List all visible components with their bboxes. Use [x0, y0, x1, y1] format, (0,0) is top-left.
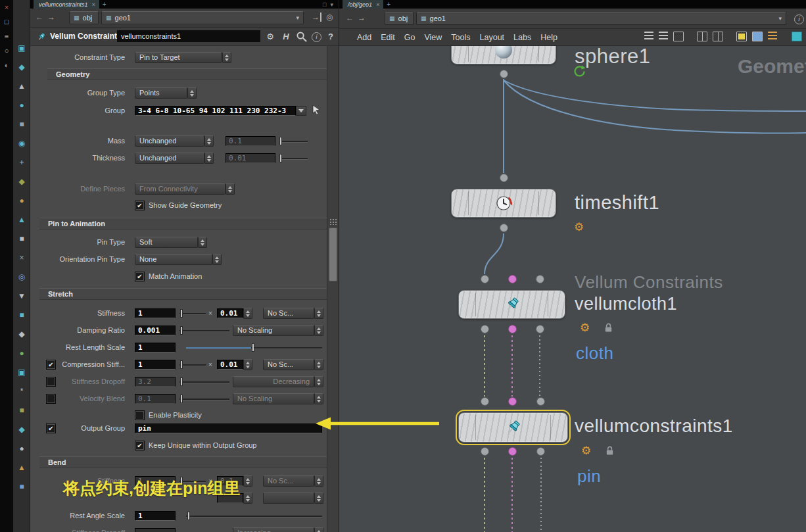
output-connector[interactable]: [481, 447, 489, 456]
back-icon[interactable]: ←: [346, 13, 354, 22]
reselect-arrow-icon[interactable]: [312, 105, 322, 116]
slider-handle[interactable]: [252, 343, 254, 352]
bend-extra-spinner[interactable]: [243, 493, 252, 504]
output-connector-constraints[interactable]: [508, 325, 517, 333]
mass-mode-dropdown[interactable]: Unchanged: [135, 135, 204, 147]
panel-maximize-icon[interactable]: □: [323, 1, 326, 8]
output-connector[interactable]: [500, 70, 508, 78]
search-icon[interactable]: [296, 31, 308, 43]
tool-icon[interactable]: ◉: [13, 133, 30, 153]
mass-mode-spinner[interactable]: [204, 135, 214, 147]
grid-view-icon[interactable]: [697, 32, 707, 41]
group-dropdown-button[interactable]: [296, 106, 306, 116]
slider-handle[interactable]: [180, 360, 183, 369]
tool-icon[interactable]: ●: [13, 439, 30, 458]
rest-length-slider[interactable]: [186, 343, 322, 352]
group-field[interactable]: 3-4 6-8 10-65 94 102 111 230 232-3: [135, 106, 296, 116]
forward-icon[interactable]: →: [47, 12, 55, 22]
compression-field[interactable]: 1: [135, 360, 176, 370]
bend-dropoff-dropdown[interactable]: Increasing: [233, 527, 314, 532]
constraint-type-dropdown[interactable]: Pin to Target: [135, 52, 222, 63]
bend-dropoff-slider[interactable]: [179, 528, 229, 532]
velocity-blend-field[interactable]: 0.1: [135, 394, 176, 404]
input-connector[interactable]: [481, 275, 489, 283]
info-icon[interactable]: i: [312, 32, 321, 42]
tool-icon[interactable]: ●: [13, 343, 30, 362]
node-vellumconstraints1[interactable]: [458, 412, 568, 443]
pane-icon[interactable]: [673, 32, 684, 41]
breadcrumb-obj[interactable]: ▦ obj: [69, 11, 99, 24]
mass-slider[interactable]: [279, 136, 308, 146]
tool-icon[interactable]: ■: [13, 400, 30, 420]
stiffness-dropoff-slider[interactable]: [179, 377, 229, 387]
output-connector[interactable]: [500, 224, 508, 232]
stiffness-field[interactable]: 1: [135, 308, 176, 318]
rest-angle-field[interactable]: 1: [135, 511, 176, 521]
scrollbar-grip[interactable]: [329, 218, 337, 225]
bend-stiffness-scale-dropdown[interactable]: No Sc...: [263, 475, 314, 487]
window-icon[interactable]: ×: [0, 0, 13, 14]
menu-item[interactable]: Tools: [451, 33, 470, 42]
stiffness-dropoff-dropdown[interactable]: Decreasing: [233, 376, 314, 387]
input-connector[interactable]: [536, 397, 545, 406]
add-tab-icon[interactable]: +: [387, 0, 391, 9]
scrollbar-thumb[interactable]: [329, 228, 337, 281]
tab-obj-geo1[interactable]: /obj/geo1 ×: [343, 0, 383, 9]
node-timeshift1[interactable]: [451, 189, 556, 218]
node-vellumcloth1[interactable]: [458, 290, 565, 319]
bend-dropoff-spinner[interactable]: [314, 527, 323, 532]
menu-item[interactable]: Add: [357, 33, 371, 42]
tool-icon[interactable]: ◎: [13, 267, 30, 286]
close-tab-icon[interactable]: ×: [376, 1, 379, 8]
tool-icon[interactable]: ▣: [13, 362, 30, 381]
menu-item[interactable]: Layout: [480, 33, 505, 42]
tool-icon[interactable]: ▲: [13, 458, 30, 477]
group-type-spinner[interactable]: [187, 87, 197, 99]
column-view-icon[interactable]: [713, 32, 723, 41]
window-icon[interactable]: □: [0, 14, 13, 29]
output-connector[interactable]: [481, 325, 489, 333]
stiffness-scale-dropdown[interactable]: No Sc...: [263, 308, 314, 319]
constraint-type-spinner[interactable]: [222, 52, 231, 63]
enable-plasticity-checkbox[interactable]: [135, 410, 145, 420]
target-icon[interactable]: ◎: [326, 12, 333, 22]
slider-handle[interactable]: [180, 326, 183, 335]
pin-type-dropdown[interactable]: Soft: [135, 237, 198, 248]
orientation-pin-type-spinner[interactable]: [212, 254, 222, 265]
wrench-tools-icon[interactable]: [644, 32, 653, 41]
compression-scale-spinner[interactable]: [314, 359, 323, 370]
slider-handle[interactable]: [187, 512, 190, 520]
output-connector-constraints[interactable]: [508, 447, 517, 456]
menu-item[interactable]: Help: [540, 33, 557, 42]
panel-menu-icon[interactable]: ▾: [330, 1, 333, 8]
tool-icon[interactable]: ◆: [13, 57, 30, 76]
bend-stiffness-scale-spinner[interactable]: [314, 475, 323, 487]
stiffness-slider[interactable]: [179, 308, 206, 318]
info-icon[interactable]: i: [794, 14, 804, 24]
output-group-field[interactable]: pin: [135, 423, 322, 433]
compression-slider[interactable]: [179, 360, 206, 370]
bend-stiffness-mult-spinner[interactable]: [243, 475, 252, 487]
velocity-blend-dropdown[interactable]: No Scaling: [233, 393, 314, 404]
bend-extra-dropdown[interactable]: [263, 493, 314, 504]
tool-icon[interactable]: ×: [13, 248, 30, 267]
tool-icon[interactable]: ■: [13, 229, 30, 248]
input-connector[interactable]: [481, 397, 489, 406]
compression-scale-dropdown[interactable]: No Sc...: [263, 359, 314, 370]
tool-icon[interactable]: ●: [13, 191, 30, 210]
section-bend[interactable]: Bend: [39, 456, 327, 468]
orange-list-icon[interactable]: [768, 32, 777, 41]
match-animation-checkbox[interactable]: [135, 272, 145, 281]
tool-icon[interactable]: +: [13, 153, 30, 172]
breadcrumb-geo1[interactable]: ▦ geo1 ▾: [416, 12, 786, 25]
damping-scale-dropdown[interactable]: No Scaling: [233, 325, 314, 336]
output-connector[interactable]: [536, 325, 544, 333]
thickness-mode-dropdown[interactable]: Unchanged: [135, 153, 204, 164]
rest-angle-slider[interactable]: [186, 511, 322, 521]
window-icon[interactable]: ≡: [0, 29, 13, 43]
slider-handle[interactable]: [279, 137, 282, 145]
stiffness-scale-spinner[interactable]: [314, 308, 323, 319]
tool-icon[interactable]: ◆: [13, 324, 30, 343]
back-icon[interactable]: ←: [36, 12, 43, 22]
slider-handle[interactable]: [180, 395, 183, 403]
